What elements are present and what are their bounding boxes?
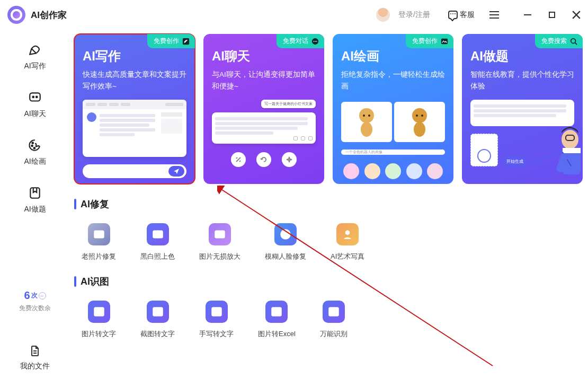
svg-point-32 — [283, 232, 284, 234]
svg-point-34 — [345, 230, 350, 235]
tool-upscale[interactable]: 图片无损放大 — [199, 223, 240, 261]
pen-icon — [28, 42, 42, 57]
support-button[interactable]: 客服 — [448, 10, 475, 20]
refresh-icon — [256, 152, 271, 167]
tutor-illustration-icon — [533, 118, 583, 184]
tool-label: 黑白照上色 — [140, 252, 175, 261]
my-files-label: 我的文件 — [20, 362, 50, 371]
palette-icon — [28, 138, 42, 153]
tool-label: 模糊人脸修复 — [265, 252, 306, 261]
sidebar-item-label: AI写作 — [24, 61, 46, 71]
badge-text: 免费对话 — [283, 37, 308, 46]
section-ai-repair: AI修复 老照片修复 黑白照上色 图片无损放大 模糊人脸修复 AI艺术写真 — [74, 198, 583, 261]
svg-point-15 — [363, 115, 365, 117]
sparkle-icon — [282, 152, 297, 167]
generate-button-label: 开始生成 — [502, 156, 528, 166]
tool-label: 图片转Excel — [258, 329, 296, 339]
card-preview: 写一篇关于健身的小红书文案 — [212, 100, 316, 179]
svg-rect-6 — [30, 188, 39, 198]
svg-point-13 — [359, 108, 374, 123]
tool-screenshot-to-text[interactable]: 截图转文字 — [140, 301, 175, 339]
clock-icon — [39, 292, 46, 300]
svg-point-11 — [316, 41, 317, 42]
bookmark-square-icon — [28, 186, 42, 200]
svg-rect-12 — [441, 38, 448, 44]
svg-point-4 — [31, 145, 33, 147]
screenshot-icon — [147, 301, 169, 323]
svg-point-18 — [414, 122, 425, 137]
svg-rect-36 — [153, 307, 163, 316]
main-content: 免费创作 AI写作 快速生成高质量文章和文案提升写作效率~ — [70, 30, 588, 387]
tool-image-to-excel[interactable]: 图片转Excel — [258, 301, 296, 339]
face-icon — [274, 223, 297, 245]
free-count-unit: 次 — [31, 291, 38, 300]
tool-universal-ocr[interactable]: 万能识别 — [320, 301, 348, 339]
card-badge: 免费对话 — [277, 34, 324, 48]
tool-ai-portrait[interactable]: AI艺术写真 — [331, 223, 364, 261]
card-title: AI绘画 — [341, 48, 445, 65]
sidebar-item-chat[interactable]: AI聊天 — [24, 90, 46, 119]
chat-bubble-icon — [448, 11, 458, 19]
free-quota[interactable]: 6 次 免费次数余 — [19, 289, 51, 313]
chat-dots-icon — [311, 38, 319, 45]
section-ai-ocr: AI识图 图片转文字 截图转文字 手写转文字 图片转Excel 万能识别 — [74, 275, 583, 339]
image-text-icon — [88, 301, 110, 323]
doll-preview-icon — [394, 102, 445, 142]
title-bar: AI创作家 登录/注册 客服 — [0, 0, 588, 30]
tool-face-repair[interactable]: 模糊人脸修复 — [265, 223, 306, 261]
card-title: AI写作 — [83, 48, 186, 65]
svg-point-14 — [361, 122, 372, 137]
login-link[interactable]: 登录/注册 — [398, 10, 430, 20]
card-ai-solve[interactable]: 免费搜索 AI做题 智能在线教育，提供个性化学习体验 开始生成 — [462, 34, 583, 184]
tool-label: AI艺术写真 — [331, 252, 364, 261]
svg-point-21 — [571, 38, 576, 43]
app-title: AI创作家 — [31, 9, 67, 21]
app-logo-icon — [7, 6, 25, 24]
colorize-icon — [147, 223, 169, 245]
my-files-button[interactable]: 我的文件 — [20, 345, 50, 371]
sidebar-item-solve[interactable]: AI做题 — [24, 186, 46, 214]
svg-point-9 — [314, 41, 315, 42]
doll-preview-icon — [341, 102, 392, 142]
tool-handwriting-to-text[interactable]: 手写转文字 — [199, 301, 234, 339]
upload-box-icon — [470, 134, 498, 166]
tool-label: 图片无损放大 — [199, 252, 240, 261]
svg-point-20 — [421, 115, 423, 117]
window-close-button[interactable] — [572, 11, 581, 19]
card-desc: 快速生成高质量文章和文案提升写作效率~ — [83, 69, 186, 94]
chat-bubble-text: 写一篇关于健身的小红书文案 — [261, 100, 316, 108]
card-ai-write[interactable]: 免费创作 AI写作 快速生成高质量文章和文案提升写作效率~ — [74, 34, 195, 184]
search-icon — [570, 38, 577, 45]
upscale-icon — [209, 223, 231, 245]
draw-prompt-text: 一个金色机器人的画像 — [345, 149, 382, 155]
free-count-number: 6 — [24, 289, 30, 302]
avatar-icon[interactable] — [376, 8, 390, 22]
card-ai-chat[interactable]: 免费对话 AI聊天 与AI聊天，让沟通变得更加简单和便捷~ 写一篇关于健身的小红… — [203, 34, 324, 184]
tool-old-photo-repair[interactable]: 老照片修复 — [82, 223, 116, 261]
photo-icon — [88, 223, 110, 245]
handwriting-icon — [206, 301, 228, 323]
badge-text: 免费搜索 — [541, 37, 567, 46]
tool-image-to-text[interactable]: 图片转文字 — [82, 301, 116, 339]
card-ai-draw[interactable]: 免费创作 AI绘画 拒绝复杂指令，一键轻松生成绘画 一个金色机器人的画像 — [333, 34, 453, 184]
wand-icon — [231, 152, 246, 167]
window-minimize-button[interactable] — [523, 11, 532, 19]
svg-point-33 — [287, 232, 288, 234]
card-badge: 免费创作 — [406, 34, 453, 48]
tool-bw-colorize[interactable]: 黑白照上色 — [140, 223, 175, 261]
menu-icon[interactable] — [489, 11, 499, 19]
svg-point-1 — [32, 96, 34, 98]
badge-text: 免费创作 — [154, 37, 179, 46]
svg-point-19 — [416, 115, 418, 117]
send-icon — [168, 166, 184, 177]
sidebar-item-draw[interactable]: AI绘画 — [24, 138, 46, 166]
card-desc: 与AI聊天，让沟通变得更加简单和便捷~ — [212, 69, 316, 94]
tool-label: 万能识别 — [320, 329, 348, 339]
tool-label: 截图转文字 — [140, 329, 175, 339]
tool-label: 手写转文字 — [199, 329, 234, 339]
edit-icon — [182, 38, 190, 45]
sidebar-item-write[interactable]: AI写作 — [24, 42, 46, 71]
window-maximize-button[interactable] — [548, 11, 556, 19]
card-desc: 拒绝复杂指令，一键轻松生成绘画 — [341, 69, 445, 94]
chat-icon — [28, 90, 42, 105]
